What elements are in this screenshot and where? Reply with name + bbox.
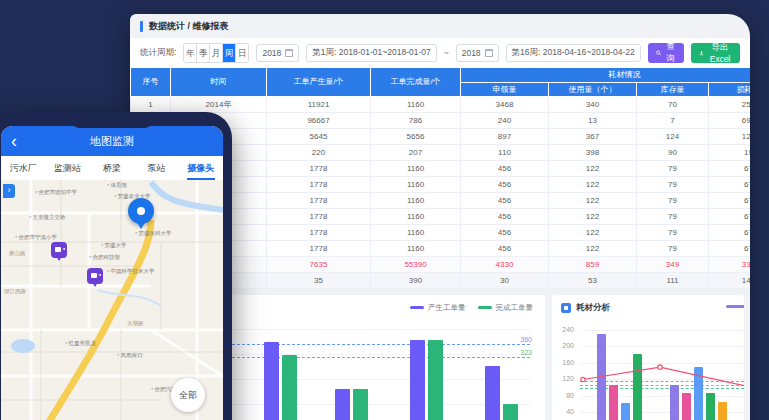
week-end-value: 第16周: 2018-04-16~2018-04-22 — [512, 47, 635, 59]
bar-产生工单量 — [485, 366, 500, 420]
camera-lens-icon — [98, 274, 101, 276]
table-cell: 240 — [461, 112, 549, 128]
table-cell: 79 — [637, 224, 709, 240]
map-poi-label: 体育馆 — [107, 182, 127, 189]
year-end-value: 2018 — [462, 48, 481, 58]
export-button[interactable]: 导出Excel — [691, 43, 740, 63]
legend-swatch — [410, 306, 424, 309]
total-cell: 349 — [637, 256, 709, 272]
week-start-select[interactable]: 第1周: 2018-01-01~2018-01-07 — [306, 44, 436, 62]
workorder-chart-legend: 产生工单量完成工单量 — [410, 303, 533, 313]
camera-lens-icon — [62, 248, 65, 250]
table-cell: 124 — [637, 128, 709, 144]
breadcrumb-text: 数据统计 / 维修报表 — [149, 20, 229, 33]
tab-摄像头[interactable]: 摄像头 — [179, 156, 223, 180]
camera-marker[interactable] — [51, 242, 67, 258]
phone-title: 地图监测 — [90, 134, 134, 149]
phone-notch — [73, 120, 151, 128]
y-axis-tick: 240 — [556, 326, 574, 333]
table-cell: 79 — [637, 208, 709, 224]
table-cell: 1 — [131, 96, 171, 112]
y-axis-tick: 120 — [556, 375, 574, 382]
period-option-月[interactable]: 月 — [210, 44, 223, 62]
table-cell: 13 — [549, 112, 637, 128]
legend-swatch — [478, 306, 492, 309]
table-cell: 11921 — [267, 96, 371, 112]
selected-marker[interactable] — [128, 198, 154, 224]
period-option-日[interactable]: 日 — [236, 44, 248, 62]
legend-item[interactable]: 完成工单量 — [478, 303, 534, 313]
period-option-年[interactable]: 年 — [184, 44, 197, 62]
year-end-select[interactable]: 2018 — [456, 44, 499, 62]
period-option-季[interactable]: 季 — [197, 44, 210, 62]
back-chevron-icon[interactable]: ‹ — [11, 128, 17, 154]
map-poi-label: 五里墩立交桥 — [29, 214, 65, 221]
tab-泵站[interactable]: 泵站 — [134, 156, 178, 180]
average-cell: 390 — [371, 272, 461, 288]
bar — [670, 385, 679, 420]
map-expander-button[interactable]: › — [3, 184, 15, 198]
table-cell: 79 — [637, 240, 709, 256]
table-cell: 1160 — [371, 96, 461, 112]
map-road-label: 望江西路 — [4, 288, 26, 295]
table-cell: 207 — [371, 144, 461, 160]
phone-header: ‹ 地图监测 — [1, 126, 223, 156]
bar-完成工单量 — [503, 404, 518, 420]
legend-label: 完成工单量 — [496, 303, 534, 313]
bar — [718, 402, 727, 420]
table-cell: 67 — [709, 176, 751, 192]
week-start-value: 第1周: 2018-01-01~2018-01-07 — [312, 47, 430, 59]
table-cell: 122 — [549, 192, 637, 208]
marker-tail — [136, 221, 146, 229]
y-axis-tick: 160 — [556, 359, 574, 366]
total-cell: 55390 — [371, 256, 461, 272]
map-road-label: 黄山路 — [9, 250, 26, 257]
table-cell: 1778 — [267, 208, 371, 224]
period-option-周[interactable]: 周 — [223, 44, 236, 62]
bar — [633, 354, 642, 420]
bar-完成工单量 — [353, 389, 368, 420]
table-cell: 1160 — [371, 208, 461, 224]
table-cell: 5656 — [371, 128, 461, 144]
table-cell: 1160 — [371, 176, 461, 192]
table-cell: 122 — [549, 176, 637, 192]
table-cell: 122 — [549, 208, 637, 224]
sub-column-header: 损耗量 — [709, 82, 751, 96]
marker-tail — [92, 282, 98, 287]
table-cell: 79 — [637, 160, 709, 176]
bar — [609, 385, 618, 420]
tab-桥梁[interactable]: 桥梁 — [90, 156, 134, 180]
map-poi-label: 中国科学技术大学 — [107, 268, 154, 275]
all-button[interactable]: 全部 — [171, 378, 205, 412]
page-background: 数据统计 / 维修报表 统计周期: 年季月周日 2018 第1周: 2018-0… — [0, 0, 769, 420]
average-cell: 111 — [637, 272, 709, 288]
table-cell: 1778 — [267, 192, 371, 208]
table-cell: 2014年 — [171, 96, 267, 112]
table-cell: 456 — [461, 192, 549, 208]
calendar-icon — [285, 49, 293, 57]
year-start-select[interactable]: 2018 — [256, 44, 299, 62]
map-view[interactable]: › 全部 体育馆合肥市琥珀中学安徽农业大学五里墩立交桥安徽医科大学合肥市宁溪小学… — [1, 180, 223, 420]
table-cell: 897 — [461, 128, 549, 144]
week-end-select[interactable]: 第16周: 2018-04-16~2018-04-22 — [506, 44, 641, 62]
phone-tab-bar: 污水厂监测站桥梁泵站摄像头 — [1, 156, 223, 180]
table-cell: 456 — [461, 224, 549, 240]
tab-监测站[interactable]: 监测站 — [45, 156, 89, 180]
search-button[interactable]: 查询 — [648, 43, 685, 63]
trend-line — [552, 295, 744, 420]
map-poi-label: 合肥市琥珀中学 — [35, 189, 77, 196]
table-cell: 1160 — [371, 224, 461, 240]
camera-marker[interactable] — [87, 268, 103, 284]
table-cell: 456 — [461, 208, 549, 224]
bar — [694, 367, 703, 420]
map-poi-label: 红星美凯龙 — [65, 340, 96, 347]
map-poi-label: 凤凰假日 — [117, 352, 142, 359]
table-cell: 1778 — [267, 160, 371, 176]
y-axis-tick: 200 — [556, 342, 574, 349]
column-header: 工单完成量/个 — [371, 68, 461, 96]
table-cell: 398 — [549, 144, 637, 160]
table-cell: 5645 — [267, 128, 371, 144]
tab-污水厂[interactable]: 污水厂 — [1, 156, 45, 180]
legend-item[interactable]: 产生工单量 — [410, 303, 466, 313]
breadcrumb: 数据统计 / 维修报表 — [130, 14, 750, 38]
